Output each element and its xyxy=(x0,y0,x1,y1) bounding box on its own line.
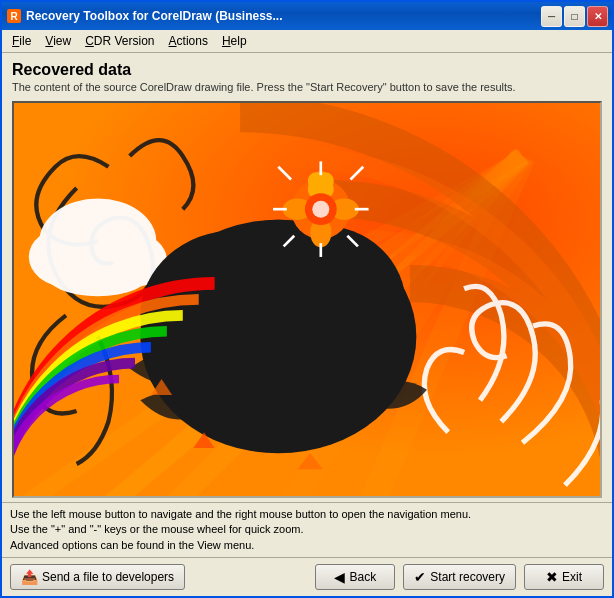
status-line3: Advanced options can be found in the Vie… xyxy=(10,538,604,553)
svg-point-34 xyxy=(312,201,329,218)
menu-view[interactable]: View xyxy=(39,32,77,50)
status-bar: Use the left mouse button to navigate an… xyxy=(2,502,612,557)
window-controls: ─ □ ✕ xyxy=(541,6,608,27)
title-bar: R Recovery Toolbox for CorelDraw (Busine… xyxy=(2,2,612,30)
exit-button[interactable]: ✖ Exit xyxy=(524,564,604,590)
maximize-button[interactable]: □ xyxy=(564,6,585,27)
preview-image xyxy=(14,103,600,496)
menu-actions[interactable]: Actions xyxy=(163,32,214,50)
main-window: R Recovery Toolbox for CorelDraw (Busine… xyxy=(0,0,614,598)
start-recovery-icon: ✔ xyxy=(414,569,426,585)
exit-icon: ✖ xyxy=(546,569,558,585)
menu-bar: File View CDR Version Actions Help xyxy=(2,30,612,53)
status-line1: Use the left mouse button to navigate an… xyxy=(10,507,604,522)
close-button[interactable]: ✕ xyxy=(587,6,608,27)
back-label: Back xyxy=(349,570,376,584)
app-icon: R xyxy=(6,8,22,24)
menu-file[interactable]: File xyxy=(6,32,37,50)
status-line2: Use the "+" and "-" keys or the mouse wh… xyxy=(10,522,604,537)
bottom-bar: 📤 Send a file to developers ◀ Back ✔ Sta… xyxy=(2,557,612,596)
start-recovery-label: Start recovery xyxy=(430,570,505,584)
send-file-label: Send a file to developers xyxy=(42,570,174,584)
send-file-button[interactable]: 📤 Send a file to developers xyxy=(10,564,185,590)
content-area: Recovered data The content of the source… xyxy=(2,53,612,502)
exit-label: Exit xyxy=(562,570,582,584)
section-title: Recovered data xyxy=(12,61,602,79)
svg-text:R: R xyxy=(10,11,18,22)
send-file-icon: 📤 xyxy=(21,569,38,585)
svg-point-13 xyxy=(45,250,151,297)
start-recovery-button[interactable]: ✔ Start recovery xyxy=(403,564,516,590)
minimize-button[interactable]: ─ xyxy=(541,6,562,27)
menu-help[interactable]: Help xyxy=(216,32,253,50)
preview-container[interactable] xyxy=(12,101,602,498)
window-title: Recovery Toolbox for CorelDraw (Business… xyxy=(26,9,541,23)
section-subtitle: The content of the source CorelDraw draw… xyxy=(12,81,602,93)
back-button[interactable]: ◀ Back xyxy=(315,564,395,590)
menu-cdr-version[interactable]: CDR Version xyxy=(79,32,160,50)
back-icon: ◀ xyxy=(334,569,345,585)
